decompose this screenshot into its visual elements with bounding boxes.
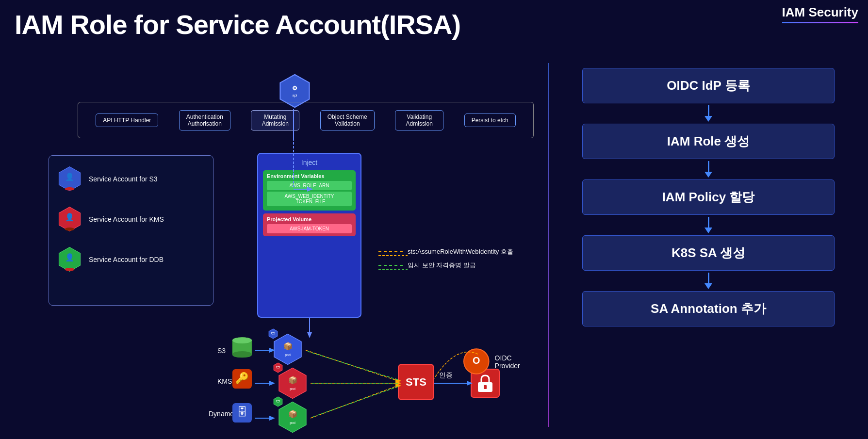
- sts-label: STS: [406, 376, 426, 389]
- svg-text:👤: 👤: [65, 172, 75, 181]
- step-mutating: MutatingAdmission: [251, 110, 299, 130]
- label-s3: S3: [217, 347, 226, 355]
- lock-icon: [475, 374, 495, 393]
- step-1: OIDC IdP 등록: [582, 68, 835, 103]
- sa-ddb-label: Service Account for DDB: [89, 256, 164, 263]
- svg-line-58: [311, 386, 398, 418]
- iam-security-label: IAM Security: [782, 5, 859, 23]
- sa-s3: 👤 s3 Service Account for S3: [56, 165, 206, 192]
- legend-green-line: [378, 265, 403, 266]
- sa-kms-label: Service Account for KMS: [89, 215, 164, 223]
- sa-ddb-icon: 👤 s3: [56, 246, 83, 273]
- svg-line-62: [307, 351, 398, 380]
- service-accounts-box: 👤 s3 Service Account for S3 👤 s3 Service…: [49, 155, 213, 306]
- svg-line-64: [312, 387, 398, 417]
- oidc-logo: O: [463, 348, 490, 375]
- svg-text:🗄: 🗄: [237, 406, 247, 418]
- projected-vol-box: Projected Volume AWS-IAM-TOKEN: [263, 213, 356, 236]
- svg-marker-55: [269, 416, 275, 421]
- step-3: IAM Policy 할당: [582, 179, 835, 215]
- legend-orange-text: sts:AssumeRoleWithWebIdentity 호출: [408, 247, 513, 256]
- legend-area: sts:AssumeRoleWithWebIdentity 호출 임시 보안 자…: [378, 247, 524, 275]
- step-4: K8S SA 생성: [582, 235, 835, 271]
- step-5: SA Annotation 추가: [582, 291, 835, 326]
- step-2: IAM Role 생성: [582, 124, 835, 159]
- sts-box: STS: [398, 364, 434, 400]
- diagram-area: ⚙ api API HTTP Handler AuthenticationAut…: [49, 63, 539, 432]
- env-var-role: AWS_ROLE_ARN: [267, 181, 352, 190]
- auth-label: 인증: [439, 371, 453, 380]
- svg-text:🛡: 🛡: [276, 399, 280, 404]
- svg-marker-53: [269, 381, 275, 386]
- svg-text:⚙: ⚙: [292, 85, 297, 92]
- svg-text:👤: 👤: [65, 212, 75, 222]
- sa-ddb: 👤 s3 Service Account for DDB: [56, 246, 206, 273]
- svg-rect-41: [484, 385, 487, 389]
- step-validating: ValidatingAdmission: [395, 110, 443, 130]
- arrow-2: [704, 161, 712, 178]
- right-panel: OIDC IdP 등록 IAM Role 생성 IAM Policy 할당 K8…: [563, 68, 854, 326]
- svg-line-56: [306, 350, 398, 381]
- legend-orange-line: [378, 251, 403, 252]
- svg-text:pod: pod: [290, 387, 295, 391]
- iam-security-underline: [782, 22, 859, 23]
- arrow-1: [704, 105, 712, 122]
- projected-vol-title: Projected Volume: [267, 216, 352, 222]
- svg-point-18: [232, 351, 252, 358]
- step-persist: Persist to etch: [464, 114, 516, 127]
- svg-text:🛡: 🛡: [271, 331, 276, 336]
- inject-box: Inject Environment Variables AWS_ROLE_AR…: [257, 153, 361, 318]
- step-api-handler: API HTTP Handler: [96, 114, 158, 127]
- svg-text:📦: 📦: [288, 409, 298, 419]
- svg-text:pod: pod: [285, 353, 291, 357]
- label-kms: KMS: [217, 377, 232, 385]
- svg-point-6: [65, 187, 75, 191]
- page-title: IAM Role for Service Account(IRSA): [15, 9, 460, 40]
- env-vars-title: Environment Variables: [267, 173, 352, 179]
- step-object-scheme: Object SchemeValidation: [320, 110, 375, 130]
- arrow-3: [704, 217, 712, 233]
- pod-s3-shield: 🛡: [268, 328, 278, 339]
- svg-text:O: O: [473, 355, 480, 366]
- svg-marker-49: [307, 332, 312, 338]
- vertical-divider: [548, 63, 549, 427]
- sa-kms-icon: 👤 s3: [56, 206, 83, 232]
- inject-title: Inject: [263, 159, 356, 166]
- svg-text:👤: 👤: [65, 253, 75, 262]
- sa-s3-label: Service Account for S3: [89, 175, 158, 183]
- s3-bucket-icon: [230, 336, 254, 359]
- svg-text:pod: pod: [290, 421, 295, 425]
- legend-green: 임시 보안 자격증명 발급: [378, 261, 524, 270]
- step-auth: AuthenticationAuthorisation: [179, 110, 230, 130]
- pipeline-box: API HTTP Handler AuthenticationAuthorisa…: [78, 102, 534, 138]
- oidc-provider-area: O OIDC Provider: [463, 348, 539, 375]
- svg-text:api: api: [292, 93, 297, 98]
- svg-point-19: [232, 337, 252, 343]
- svg-text:📦: 📦: [283, 341, 293, 351]
- projected-vol-item: AWS-IAM-TOKEN: [267, 224, 352, 233]
- sa-s3-icon: 👤 s3: [56, 165, 83, 192]
- svg-text:🛡: 🛡: [276, 365, 280, 370]
- dynamodb-icon: 🗄: [230, 401, 254, 424]
- svg-point-10: [65, 228, 75, 231]
- env-var-token: AWS_WEB_IDENTITY_TOKEN_FILE: [267, 192, 352, 206]
- legend-orange: sts:AssumeRoleWithWebIdentity 호출: [378, 247, 524, 256]
- pod-ddb-shield: 🛡: [273, 396, 283, 407]
- sa-kms: 👤 s3 Service Account for KMS: [56, 206, 206, 232]
- kms-icon: 🔑: [230, 367, 254, 390]
- env-vars-box: Environment Variables AWS_ROLE_ARN AWS_W…: [263, 170, 356, 211]
- arrow-4: [704, 273, 712, 289]
- svg-text:📦: 📦: [288, 375, 298, 385]
- legend-green-text: 임시 보안 자격증명 발급: [408, 261, 476, 270]
- svg-text:🔑: 🔑: [235, 372, 249, 385]
- oidc-provider-label: OIDC Provider: [495, 354, 539, 370]
- pod-kms-shield: 🛡: [273, 362, 283, 373]
- svg-point-14: [65, 268, 75, 271]
- iam-security-text: IAM Security: [782, 5, 859, 20]
